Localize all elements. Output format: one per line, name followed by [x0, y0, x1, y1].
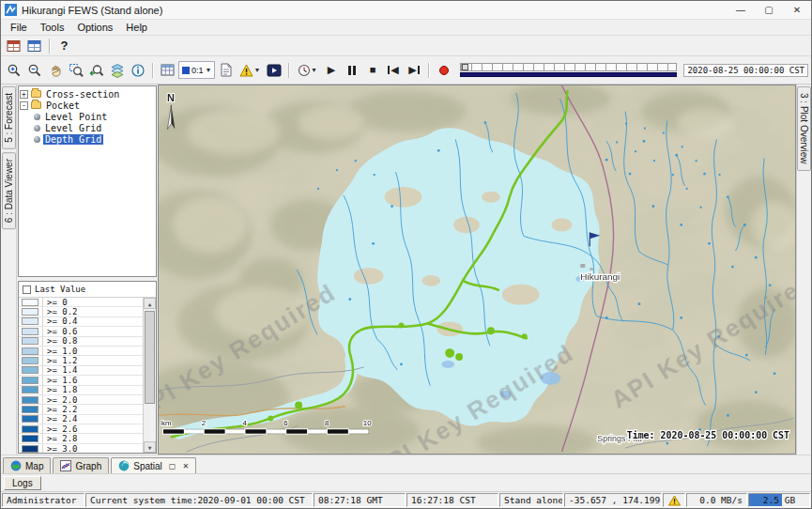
step-back-button[interactable]: ◀ [383, 61, 403, 80]
legend-row[interactable]: >= 3.0 [19, 444, 143, 453]
current-time-display: 2020-08-25 00:00:00 CST [683, 64, 808, 77]
tree-item-cross-section[interactable]: + Cross-section [20, 88, 155, 100]
collapse-icon[interactable]: - [20, 101, 28, 110]
last-value-checkbox[interactable] [23, 285, 31, 294]
help-button[interactable]: ? [54, 37, 74, 55]
tab-data-viewer[interactable]: 6 : Data Viewer [2, 152, 16, 229]
node-icon [34, 125, 40, 131]
scrollbar-thumb[interactable] [145, 311, 155, 404]
main-area: 5 : Forecast 6 : Data Viewer + Cross-sec… [1, 85, 811, 455]
info-button[interactable] [128, 61, 147, 80]
document-tab-bar: Map Graph Spatial ▢ ✕ [1, 455, 811, 473]
legend-swatch [22, 445, 38, 453]
status-throughput: 0.0 MB/s [686, 493, 747, 507]
legend-row[interactable]: >= 1.8 [19, 386, 143, 395]
zoom-out-icon [27, 63, 42, 78]
pan-button[interactable] [45, 61, 65, 80]
tab-plot-overview[interactable]: 3 : Plot Overview [797, 86, 811, 171]
record-button[interactable] [434, 61, 453, 80]
legend-row[interactable]: >= 2.8 [19, 434, 143, 443]
svg-text:10: 10 [363, 419, 372, 427]
chevron-down-icon: ▼ [206, 67, 212, 73]
maximize-button[interactable]: ▢ [755, 1, 783, 19]
maximize-tab-icon[interactable]: ▢ [169, 462, 176, 470]
tree-item-level-point[interactable]: Level Point [20, 111, 155, 122]
legend-title: Last Value [35, 285, 85, 294]
grid-scale-select[interactable]: 0:1 ▼ [178, 61, 215, 79]
legend-row[interactable]: >= 0.4 [19, 317, 143, 327]
timeseries-document-button[interactable] [216, 61, 236, 80]
legend-label: >= 2.0 [42, 395, 143, 405]
map-viewport[interactable]: API Key Required API Key Required API Ke… [158, 85, 796, 455]
grid-display-button[interactable] [158, 61, 177, 80]
tab-forecast[interactable]: 5 : Forecast [2, 86, 16, 149]
zoom-box-button[interactable] [66, 61, 85, 80]
map-canvas[interactable]: API Key Required API Key Required API Ke… [159, 85, 795, 454]
legend-row[interactable]: >= 1.4 [19, 366, 143, 376]
legend-label: >= 1.6 [42, 376, 143, 385]
legend-row[interactable]: >= 1.0 [19, 347, 143, 356]
layers-tree[interactable]: + Cross-section - Pocket Level Point [18, 85, 157, 277]
layers-button[interactable] [107, 61, 127, 80]
title-bar[interactable]: Hikurangi FEWS (Stand alone) — ▢ ✕ [1, 1, 811, 20]
step-forward-button[interactable]: ▶ [404, 61, 423, 80]
legend-row[interactable]: >= 2.0 [19, 395, 143, 405]
minimize-button[interactable]: — [727, 1, 755, 19]
time-slider-handle[interactable] [462, 64, 468, 70]
expand-icon[interactable]: + [20, 90, 28, 99]
svg-text:2: 2 [202, 419, 206, 427]
red-table-button[interactable] [4, 37, 23, 55]
legend-swatch [22, 386, 38, 393]
menu-file[interactable]: File [5, 21, 33, 34]
main-toolbar: ? [1, 36, 811, 56]
status-warning[interactable] [663, 493, 685, 507]
legend-swatch [22, 435, 38, 442]
time-slider-track[interactable] [460, 63, 677, 71]
memory-indicator[interactable]: 2.5 GB [748, 493, 810, 507]
blue-table-button[interactable] [24, 37, 44, 55]
legend-label: >= 0.6 [42, 327, 143, 336]
toolbar-separator [49, 39, 50, 54]
menu-tools[interactable]: Tools [35, 21, 70, 34]
time-slider[interactable] [460, 63, 677, 77]
legend-scrollbar[interactable]: ▲ ▼ [144, 298, 156, 453]
tab-graph[interactable]: Graph [53, 457, 109, 473]
animation-display-button[interactable] [264, 61, 283, 80]
left-panel: + Cross-section - Pocket Level Point [17, 85, 158, 455]
tab-map[interactable]: Map [3, 457, 51, 473]
stop-button[interactable]: ■ [362, 61, 382, 80]
tree-item-level-grid[interactable]: Level Grid [20, 122, 155, 133]
play-button[interactable]: ▶ [321, 61, 341, 80]
scroll-up-icon[interactable]: ▲ [144, 298, 156, 309]
scroll-down-icon[interactable]: ▼ [144, 441, 156, 453]
animation-speed-button[interactable]: ▼ [294, 61, 320, 80]
legend-row[interactable]: >= 2.6 [19, 424, 143, 434]
tab-spatial[interactable]: Spatial ▢ ✕ [111, 457, 196, 473]
legend-row[interactable]: >= 0.6 [19, 327, 143, 336]
legend-swatch [22, 337, 38, 345]
tree-item-depth-grid[interactable]: Depth Grid [20, 133, 155, 145]
zoom-previous-button[interactable] [86, 61, 106, 80]
menu-options[interactable]: Options [71, 21, 118, 34]
toolbar-separator [428, 63, 429, 78]
pause-button[interactable] [342, 61, 361, 80]
zoom-out-button[interactable] [24, 61, 44, 80]
legend-row[interactable]: >= 0.8 [19, 337, 143, 347]
threshold-warning-button[interactable]: ▼ [237, 61, 263, 80]
close-button[interactable]: ✕ [783, 1, 811, 19]
menu-help[interactable]: Help [120, 21, 153, 34]
zoom-previous-icon [89, 63, 104, 78]
legend-row[interactable]: >= 0.2 [19, 307, 143, 316]
legend-row[interactable]: >= 2.4 [19, 415, 143, 424]
legend-row[interactable]: >= 1.2 [19, 356, 143, 365]
logs-button[interactable]: Logs [4, 476, 41, 490]
close-tab-icon[interactable]: ✕ [182, 462, 189, 470]
tree-item-pocket[interactable]: - Pocket [20, 100, 155, 111]
legend-row[interactable]: >= 2.2 [19, 405, 143, 414]
legend-row[interactable]: >= 0 [19, 298, 143, 307]
zoom-in-button[interactable] [4, 61, 23, 80]
legend-row[interactable]: >= 1.6 [19, 376, 143, 385]
zoom-box-icon [69, 63, 84, 78]
warning-icon [239, 64, 253, 77]
zoom-in-icon [7, 63, 22, 78]
